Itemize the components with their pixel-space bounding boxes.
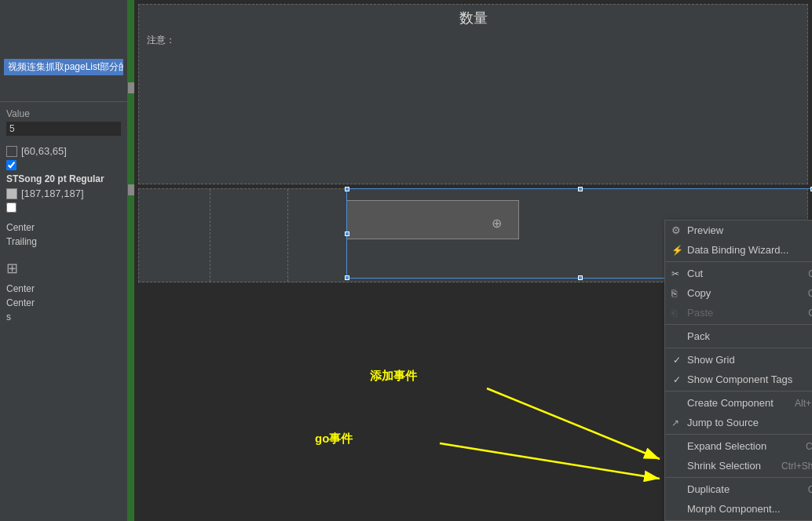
section-center-1: Center [6,220,121,235]
menu-item-show-grid[interactable]: ✓ Show Grid [665,350,812,370]
canvas-top-section: 数量 注意： [138,4,808,184]
show-tags-check: ✓ [673,374,681,385]
menu-cut-label: Cut [687,268,703,279]
icon-section: ⊞ [0,257,127,280]
menu-preview-label: Preview [687,224,723,236]
menu-item-expand-selection[interactable]: Expand Selection Ctrl+W [665,436,812,456]
color-section: [60,63,65] STSong 20 pt Regular [187,187… [0,142,127,219]
color-swatch-1[interactable] [6,146,17,157]
menu-showcomptagslabel: Show Component Tags [687,373,792,385]
menu-item-pack[interactable]: Pack [665,326,812,346]
menu-showgrid-label: Show Grid [687,354,735,366]
menu-createcomp-label: Create Component [687,397,774,409]
annotation-text-1: 添加事件 [370,369,417,384]
separator-6 [665,477,812,478]
menu-item-morph-component[interactable]: Morph Component... [665,499,812,519]
move-icon: ⊕ [492,216,502,231]
color-swatch-2[interactable] [6,188,17,199]
annotation-text-2: go事件 [315,432,353,446]
menu-morph-label: Morph Component... [687,503,781,515]
menu-shrink-shortcut: Ctrl+Shift+W [781,461,812,472]
menu-item-duplicate[interactable]: Duplicate Ctrl+D [665,479,812,499]
menu-paste-label: Paste [687,307,713,319]
green-bar-handle-1[interactable] [128,82,134,93]
menu-cut-shortcut: Ctrl+X [808,268,812,279]
checkbox-row-2 [6,202,121,213]
lightning-icon: ⚡ [671,245,683,256]
menu-item-jump-to-source[interactable]: ↗ Jump to Source F4 [665,413,812,432]
menu-item-copy[interactable]: ⎘ Copy Ctrl+C [665,283,812,303]
menu-item-data-binding[interactable]: ⚡ Data Binding Wizard... [665,240,812,260]
checkbox-input[interactable] [6,160,16,170]
section-trailing: Trailing [6,235,121,249]
canvas-column-divider [210,189,288,282]
section-center-2: Center [6,282,121,296]
menu-databinding-label: Data Binding Wizard... [687,244,788,256]
menu-copy-label: Copy [687,287,711,299]
menu-pack-label: Pack [687,330,710,342]
menu-item-preview[interactable]: ⚙ Preview [665,220,812,240]
green-bar-handle-2[interactable] [128,184,134,195]
cut-icon: ✂ [671,268,679,279]
paste-icon: ⎗ [671,308,677,319]
section-s: s [6,310,121,324]
menu-copy-shortcut: Ctrl+C [808,288,812,299]
section-center-3: Center [6,296,121,310]
separator-4 [665,391,812,392]
menu-item-cut[interactable]: ✂ Cut Ctrl+X [665,264,812,283]
separator-2 [665,324,812,325]
value-section: Value 5 [0,102,127,142]
menu-expand-label: Expand Selection [687,440,766,452]
checkbox-row [6,160,121,170]
layout-icon: ⊞ [6,260,121,277]
menu-createcomp-shortcut: Alt+Insert [795,398,812,409]
value-label: Value [6,108,121,119]
canvas-note: 注意： [139,27,807,53]
highlight-bar: 视频连集抓取pageList部分的a [4,59,123,75]
left-panel: 视频连集抓取pageList部分的a Value 5 [60,63,65] ST… [0,0,128,521]
alignment-section: Center Trailing [0,219,127,250]
menu-jumpsource-label: Jump to Source [687,417,759,428]
menu-item-paste[interactable]: ⎗ Paste Ctrl+V [665,303,812,322]
green-bar [128,0,134,521]
font-label: STSong 20 pt Regular [6,173,121,184]
color-row-2: [187,187,187] [6,188,121,199]
menu-item-create-component[interactable]: Create Component Alt+Insert [665,393,812,413]
preview-icon-left: ⚙ [671,224,681,236]
separator-1 [665,261,812,262]
checkbox-input-2[interactable] [6,202,16,213]
context-menu: ⚙ Preview ⚡ Data Binding Wizard... ✂ Cut… [664,220,812,521]
main-canvas: 数量 注意： ⊕ 添加事件 go事件 ⚙ Preview ⚡ Data B [134,0,812,521]
copy-icon: ⎘ [671,288,677,299]
panel-top: 视频连集抓取pageList部分的a [0,0,127,102]
menu-expand-shortcut: Ctrl+W [806,441,812,452]
menu-duplicate-shortcut: Ctrl+D [808,484,812,495]
canvas-title: 数量 [139,5,807,27]
alignment-section-2: Center Center s [0,280,127,326]
menu-paste-shortcut: Ctrl+V [808,308,812,319]
menu-item-show-component-tags[interactable]: ✓ Show Component Tags [665,370,812,389]
separator-5 [665,434,812,435]
menu-item-shrink-selection[interactable]: Shrink Selection Ctrl+Shift+W [665,456,812,475]
color-value-1: [60,63,65] [21,145,67,157]
menu-shrink-label: Shrink Selection [687,460,761,472]
color-value-2: [187,187,187] [21,188,84,199]
menu-duplicate-label: Duplicate [687,483,730,495]
jump-source-icon: ↗ [671,417,679,428]
show-grid-check: ✓ [673,355,681,366]
color-row-1: [60,63,65] [6,145,121,157]
value-content[interactable]: 5 [6,122,121,136]
separator-3 [665,348,812,348]
